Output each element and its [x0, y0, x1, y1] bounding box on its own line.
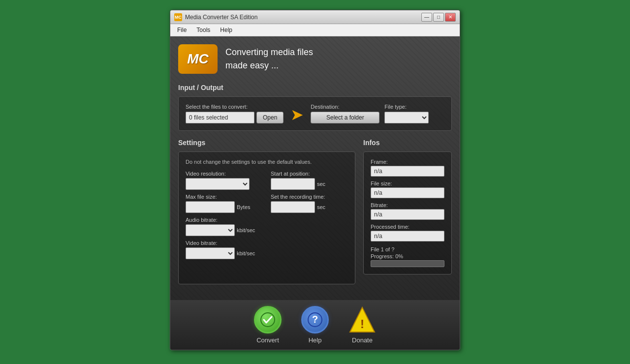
app-icon: MC [174, 13, 182, 21]
infos-panel: Frame: n/a File size: n/a Bitrate: n/a P… [363, 152, 452, 274]
video-bitrate-unit: kbit/sec [237, 250, 255, 256]
start-position-input[interactable] [271, 178, 315, 190]
settings-panel: Do not change the settings to use the de… [178, 152, 355, 284]
select-folder-button[interactable]: Select a folder [311, 112, 379, 123]
progress-section: File 1 of ? Progress: 0% [371, 246, 444, 267]
settings-infos-row: Settings Do not change the settings to u… [178, 139, 452, 292]
donate-label: Donate [352, 336, 373, 344]
convert-icon [254, 306, 282, 334]
io-section-title: Input / Output [178, 84, 452, 91]
settings-col: Settings Do not change the settings to u… [178, 139, 355, 292]
video-bitrate-select[interactable] [186, 247, 235, 259]
video-resolution-group: Video resolution: [186, 171, 263, 190]
destination-group: Destination: Select a folder [311, 104, 379, 123]
file-counter: File 1 of ? [371, 246, 444, 252]
bitrate-label: Bitrate: [371, 202, 444, 208]
application-window: MC Media Converter SA Edition — □ ✕ File… [170, 10, 460, 350]
files-selected-input[interactable] [186, 112, 254, 123]
video-resolution-label: Video resolution: [186, 171, 263, 177]
help-icon: ? [301, 306, 329, 334]
header: MC Converting media files made easy ... [178, 44, 452, 74]
svg-text:?: ? [312, 314, 318, 325]
help-button[interactable]: ? Help [301, 306, 329, 344]
maximize-button[interactable]: □ [433, 13, 444, 22]
recording-time-unit: sec [317, 204, 325, 210]
minimize-button[interactable]: — [421, 13, 432, 22]
audio-bitrate-group: Audio bitrate: kbit/sec [186, 217, 263, 236]
convert-button[interactable]: Convert [254, 306, 282, 344]
bitrate-value: n/a [371, 209, 444, 220]
help-label: Help [309, 336, 322, 344]
menubar: File Tools Help [170, 24, 460, 36]
svg-text:!: ! [360, 317, 364, 331]
processed-time-row: Processed time: n/a [371, 224, 444, 242]
io-panel: Select the files to convert: Open ➤ Dest… [178, 96, 452, 131]
recording-time-row: sec [271, 201, 348, 213]
filetype-group: File type: [384, 104, 429, 123]
frame-label: Frame: [371, 159, 444, 165]
frame-row: Frame: n/a [371, 159, 444, 177]
titlebar: MC Media Converter SA Edition — □ ✕ [170, 10, 460, 24]
recording-time-input[interactable] [271, 201, 315, 213]
menu-tools[interactable]: Tools [191, 25, 215, 35]
audio-bitrate-row: kbit/sec [186, 224, 263, 236]
svg-point-0 [261, 313, 275, 327]
source-group: Select the files to convert: Open [186, 104, 284, 123]
spacer [271, 217, 348, 236]
convert-label: Convert [256, 336, 279, 344]
settings-grid: Video resolution: Start at position: sec [186, 171, 348, 259]
source-label: Select the files to convert: [186, 104, 284, 110]
start-position-label: Start at position: [271, 171, 348, 177]
destination-label: Destination: [311, 104, 379, 110]
filesize-row: File size: n/a [371, 181, 444, 198]
max-filesize-input[interactable] [186, 201, 235, 213]
max-filesize-group: Max file size: Bytes [186, 194, 263, 213]
max-filesize-unit: Bytes [237, 204, 251, 210]
video-bitrate-group: Video bitrate: kbit/sec [186, 240, 263, 259]
filesize-value: n/a [371, 187, 444, 198]
max-filesize-label: Max file size: [186, 194, 263, 200]
io-row: Select the files to convert: Open ➤ Dest… [186, 104, 444, 123]
frame-value: n/a [371, 166, 444, 177]
progress-bar-container [371, 260, 444, 267]
infos-col: Infos Frame: n/a File size: n/a Bitrate:… [363, 139, 452, 292]
source-input-row: Open [186, 112, 284, 123]
filesize-label: File size: [371, 181, 444, 186]
audio-bitrate-select[interactable] [186, 224, 235, 236]
audio-bitrate-unit: kbit/sec [237, 227, 255, 233]
processed-time-value: n/a [371, 231, 444, 242]
progress-label: Progress: 0% [371, 253, 444, 259]
bitrate-row: Bitrate: n/a [371, 202, 444, 220]
titlebar-left: MC Media Converter SA Edition [174, 13, 257, 21]
recording-time-label: Set the recording time: [271, 194, 348, 200]
menu-file[interactable]: File [172, 25, 191, 35]
video-resolution-select[interactable] [186, 178, 250, 190]
window-title: Media Converter SA Edition [185, 14, 257, 21]
settings-title: Settings [178, 139, 355, 147]
start-position-row: sec [271, 178, 348, 190]
start-position-group: Start at position: sec [271, 171, 348, 190]
menu-help[interactable]: Help [215, 25, 237, 35]
video-bitrate-row: kbit/sec [186, 247, 263, 259]
donate-icon: ! [348, 306, 376, 334]
recording-time-group: Set the recording time: sec [271, 194, 348, 213]
footer: Convert ? Help ! Donate [170, 300, 460, 350]
arrow-icon: ➤ [290, 107, 304, 123]
titlebar-controls: — □ ✕ [421, 13, 456, 22]
close-button[interactable]: ✕ [445, 13, 456, 22]
header-tagline: Converting media files made easy ... [225, 46, 313, 72]
video-bitrate-label: Video bitrate: [186, 240, 263, 246]
infos-title: Infos [363, 139, 452, 147]
processed-time-label: Processed time: [371, 224, 444, 230]
audio-bitrate-label: Audio bitrate: [186, 217, 263, 223]
donate-button[interactable]: ! Donate [348, 306, 376, 344]
open-button[interactable]: Open [256, 112, 284, 123]
app-logo: MC [178, 44, 218, 74]
settings-hint: Do not change the settings to use the de… [186, 159, 348, 165]
main-content: MC Converting media files made easy ... … [170, 36, 460, 300]
filetype-select[interactable] [384, 112, 429, 123]
filetype-label: File type: [384, 104, 429, 110]
max-filesize-row: Bytes [186, 201, 263, 213]
start-position-unit: sec [317, 181, 325, 187]
